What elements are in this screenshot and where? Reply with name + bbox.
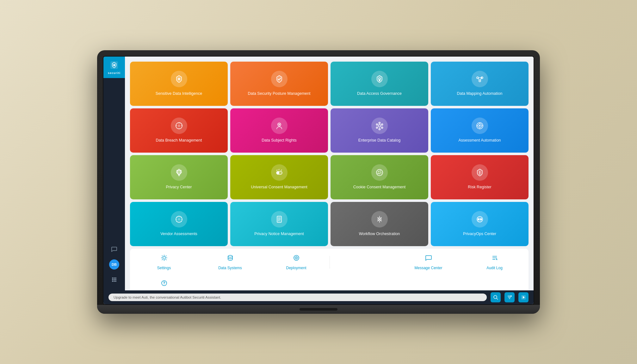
sensitive-data-intelligence-icon — [171, 71, 187, 87]
svg-point-78 — [510, 295, 512, 297]
data-mapping-automation-icon — [472, 71, 488, 87]
tool-message-center[interactable]: Message Center — [396, 250, 461, 275]
tile-data-mapping-automation[interactable]: Data Mapping Automation — [431, 62, 529, 106]
data-breach-management-label: Data Breach Management — [156, 138, 202, 143]
svg-point-9 — [114, 281, 115, 282]
cookie-consent-management-icon — [371, 164, 388, 181]
privacyops-center-icon — [472, 211, 488, 228]
enterprise-data-catalog-icon — [371, 118, 388, 134]
tile-data-subject-rights[interactable]: Data Subject Rights — [230, 108, 328, 153]
svg-point-10 — [115, 281, 116, 282]
svg-point-21 — [178, 124, 180, 127]
svg-text:?: ? — [163, 281, 165, 285]
svg-point-58 — [379, 219, 380, 220]
tools-divider — [330, 256, 330, 269]
knowledge-center-icon: ? — [161, 280, 168, 288]
tile-privacy-center[interactable]: Privacy Center — [130, 155, 228, 199]
svg-point-73 — [494, 295, 497, 299]
risk-register-icon — [472, 164, 488, 181]
data-subject-rights-icon — [271, 118, 288, 134]
svg-point-5 — [112, 279, 113, 280]
svg-rect-62 — [479, 218, 481, 220]
svg-point-8 — [112, 281, 113, 282]
workflow-orchestration-icon — [371, 211, 388, 228]
sensitive-data-intelligence-label: Sensitive Data Intelligence — [156, 91, 202, 97]
svg-point-3 — [114, 277, 115, 279]
settings-icon — [161, 254, 168, 263]
privacy-center-label: Privacy Center — [166, 185, 192, 190]
data-security-posture-management-label: Data Security Posture Management — [248, 91, 310, 97]
svg-point-42 — [277, 172, 279, 174]
filter-button[interactable] — [504, 292, 515, 302]
search-button[interactable] — [491, 292, 501, 302]
tile-risk-register[interactable]: Risk Register — [431, 155, 529, 199]
tool-settings[interactable]: Settings — [131, 250, 197, 275]
tile-workflow-orchestration[interactable]: Workflow Orchestration — [331, 202, 428, 246]
sidebar: securiti DB — [103, 57, 125, 290]
data-breach-management-icon — [171, 118, 187, 134]
svg-point-27 — [381, 127, 383, 129]
tile-vendor-assessments[interactable]: Vendor Assessments — [130, 202, 228, 246]
svg-point-50 — [479, 174, 480, 175]
svg-point-23 — [279, 124, 280, 125]
svg-line-33 — [380, 127, 381, 127]
svg-point-48 — [377, 173, 378, 174]
risk-register-label: Risk Register — [468, 185, 491, 190]
tile-cookie-consent-management[interactable]: Cookie Consent Management — [331, 155, 428, 199]
privacyops-center-label: PrivacyOps Center — [463, 231, 496, 237]
status-bar: Upgrade to meet Auti, the conversational… — [103, 290, 534, 304]
workflow-orchestration-label: Workflow Orchestration — [359, 231, 400, 237]
svg-point-11 — [178, 78, 180, 80]
svg-point-29 — [376, 127, 378, 129]
main-content: Sensitive Data IntelligenceData Security… — [125, 57, 534, 290]
tile-universal-consent-management[interactable]: Universal Consent Management — [230, 155, 328, 199]
svg-point-46 — [380, 173, 381, 173]
svg-point-47 — [379, 173, 380, 174]
tool-data-systems[interactable]: Data Systems — [197, 250, 263, 275]
svg-point-52 — [178, 218, 180, 221]
user-avatar[interactable]: DB — [109, 259, 119, 270]
data-security-posture-management-icon — [271, 71, 288, 87]
svg-point-1 — [113, 64, 115, 66]
app-logo[interactable]: securiti — [103, 57, 125, 78]
tile-data-breach-management[interactable]: Data Breach Management — [130, 108, 228, 153]
message-center-icon — [425, 254, 432, 263]
audit-log-label: Audit Log — [486, 266, 503, 270]
svg-point-39 — [479, 125, 480, 127]
svg-point-25 — [379, 122, 380, 124]
universal-consent-management-icon — [271, 164, 288, 181]
deployment-label: Deployment — [286, 266, 306, 270]
tile-sensitive-data-intelligence[interactable]: Sensitive Data Intelligence — [130, 62, 228, 106]
tiles-grid: Sensitive Data IntelligenceData Security… — [130, 62, 529, 246]
tile-data-security-posture-management[interactable]: Data Security Posture Management — [230, 62, 328, 106]
svg-point-64 — [228, 255, 232, 257]
svg-point-67 — [296, 258, 297, 258]
assessment-automation-icon — [472, 118, 488, 134]
chat-icon[interactable] — [108, 244, 120, 255]
tile-enterprise-data-catalog[interactable]: Enterprise Data Catalog — [331, 108, 428, 153]
vendor-assessments-label: Vendor Assessments — [160, 231, 197, 237]
tile-privacy-notice-management[interactable]: Privacy Notice Management — [230, 202, 328, 246]
tile-data-access-governance[interactable]: Data Access Governance — [331, 62, 428, 106]
data-access-governance-icon — [371, 71, 388, 87]
vendor-assessments-icon — [171, 211, 187, 228]
svg-point-7 — [115, 279, 116, 280]
tool-audit-log[interactable]: Audit Log — [462, 250, 527, 275]
menu-dots-icon[interactable] — [108, 274, 120, 285]
enterprise-data-catalog-label: Enterprise Data Catalog — [358, 138, 400, 143]
data-access-governance-label: Data Access Governance — [357, 91, 402, 97]
svg-point-4 — [115, 277, 116, 279]
tool-knowledge-center[interactable]: ?Knowledge Center — [131, 275, 197, 290]
svg-point-26 — [381, 124, 383, 125]
data-mapping-automation-label: Data Mapping Automation — [457, 91, 503, 97]
data-systems-label: Data Systems — [218, 266, 242, 270]
svg-point-45 — [380, 171, 380, 172]
message-center-label: Message Center — [414, 266, 442, 270]
tool-deployment[interactable]: Deployment — [263, 250, 329, 275]
tile-privacyops-center[interactable]: PrivacyOps Center — [431, 202, 529, 246]
tile-assessment-automation[interactable]: Assessment Automation — [431, 108, 529, 153]
data-systems-icon — [227, 254, 234, 263]
svg-rect-13 — [379, 79, 380, 81]
svg-point-16 — [479, 80, 481, 82]
play-button[interactable] — [518, 292, 529, 302]
